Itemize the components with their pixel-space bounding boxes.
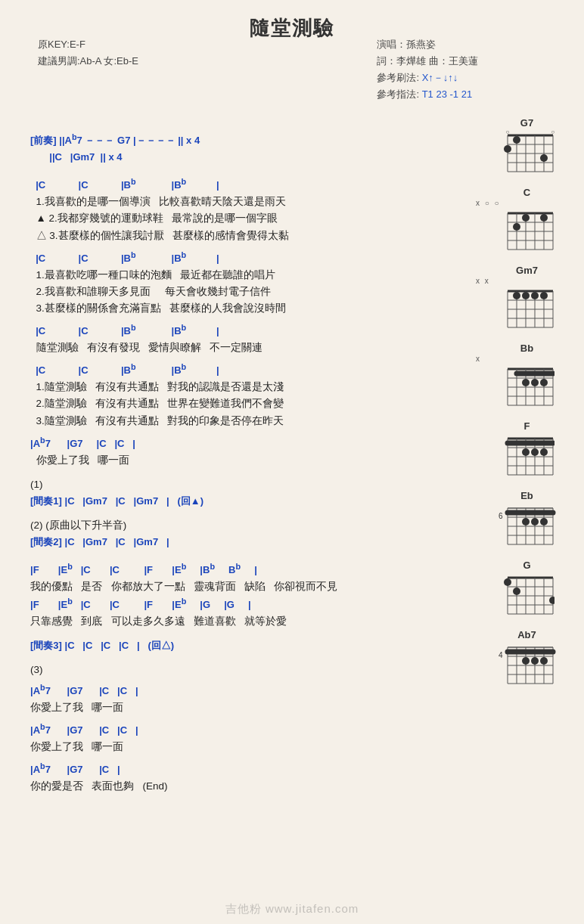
- svg-text:○: ○: [551, 129, 554, 135]
- verse1-lyric-3: △ 3.甚麼樣的個性讓我討厭 甚麼樣的感情會覺得太黏: [30, 228, 467, 244]
- key-info: 原KEY:E-F: [38, 36, 138, 53]
- watermark: 吉他粉 www.jitafen.com: [0, 902, 584, 916]
- svg-point-43: [531, 292, 539, 299]
- outro-chords-2: |Ab7 |G7 |C |C |: [30, 721, 467, 739]
- chord-eb-title: Eb: [476, 490, 578, 501]
- interlude2-label: (2) (原曲以下升半音) [間奏2] |C |Gm7 |C |Gm7 |: [30, 517, 467, 550]
- svg-point-90: [540, 518, 548, 526]
- chord-g7: G7 ○ ○: [476, 117, 578, 176]
- verse2-chords-1: |C |C |Bb |Bb |: [30, 249, 467, 267]
- chord-gm7-diagram: [500, 285, 554, 329]
- outro-lyric-2: 你愛上了我 哪一面: [30, 739, 467, 755]
- chord-g-diagram: [500, 572, 554, 615]
- chord-g-title: G: [476, 560, 578, 571]
- singer-info: 演唱：孫燕姿: [377, 36, 478, 53]
- svg-point-27: [513, 223, 520, 231]
- svg-point-42: [522, 292, 530, 299]
- verse3-chords-2: |F |Eb |C |C |F |Eb |G |G |: [30, 595, 467, 613]
- fingering-value: T1 23 -1 21: [422, 88, 473, 100]
- svg-point-120: [540, 657, 548, 665]
- bridge-chords-1: |Ab7 |G7 |C |C |: [30, 434, 467, 452]
- svg-text:4: 4: [499, 651, 503, 659]
- chorus2-lyric-1: 1.隨堂測驗 有沒有共通點 對我的認識是否還是太淺: [30, 379, 467, 395]
- svg-text:6: 6: [499, 512, 503, 520]
- verse3-lyric-1: 我的優點 是否 你都放大了一點 靈魂背面 缺陷 你卻視而不見: [30, 578, 467, 595]
- svg-point-73: [531, 448, 539, 456]
- chord-gm7-title: Gm7: [476, 265, 578, 276]
- interlude1-num: (1): [30, 476, 467, 493]
- chord-c: C x ○ ○: [476, 187, 578, 254]
- verse3-section: |F |Eb |C |C |F |Eb |Bb Bb | 我的優點 是否 你都放…: [30, 560, 467, 630]
- chord-f: F: [476, 420, 578, 479]
- svg-point-58: [531, 379, 539, 386]
- chord-ab7-diagram: 4: [497, 641, 558, 685]
- svg-point-44: [540, 292, 548, 299]
- svg-point-103: [513, 588, 520, 595]
- chord-f-title: F: [476, 420, 578, 432]
- chorus2-section: |C |C |Bb |Bb | 1.隨堂測驗 有沒有共通點 對我的認識是否還是太…: [30, 361, 467, 429]
- strum-label: 參考刷法:: [377, 72, 419, 83]
- svg-point-57: [522, 379, 530, 386]
- chord-bb-title: Bb: [476, 343, 578, 354]
- suggestion-info: 建議男調:Ab-A 女:Eb-E: [38, 53, 138, 70]
- chord-bb-diagram: [500, 363, 554, 407]
- svg-point-104: [549, 597, 554, 604]
- outro-lyric-3: 你的愛是否 表面也夠 (End): [30, 778, 467, 795]
- svg-point-59: [540, 379, 548, 386]
- chord-bb-mute: x: [476, 355, 578, 363]
- interlude1-label: (1) [間奏1] |C |Gm7 |C |Gm7 | (回▲): [30, 476, 467, 510]
- page: 隨堂測驗 原KEY:E-F 建議男調:Ab-A 女:Eb-E 演唱：孫燕姿 詞：…: [0, 0, 584, 924]
- chord-f-diagram: [500, 433, 554, 476]
- verse3-lyric-2: 只靠感覺 到底 可以走多久多遠 難道喜歡 就等於愛: [30, 613, 467, 630]
- svg-point-89: [531, 518, 539, 526]
- chorus-chords-1: |C |C |Bb |Bb |: [30, 321, 467, 340]
- chord-eb-diagram: 6: [497, 502, 558, 546]
- svg-point-118: [522, 657, 530, 665]
- chord-bb: Bb x: [476, 343, 578, 410]
- outro-num: (3): [30, 662, 467, 678]
- chorus2-lyric-2: 2.隨堂測驗 有沒有共通點 世界在變難道我們不會變: [30, 395, 467, 412]
- chord-g7-title: G7: [476, 117, 578, 129]
- svg-point-74: [540, 448, 548, 456]
- meta-left: 原KEY:E-F 建議男調:Ab-A 女:Eb-E: [38, 36, 138, 70]
- verse1-lyric-1: 1.我喜歡的是哪一個導演 比較喜歡晴天陰天還是雨天: [30, 194, 467, 210]
- verse1-lyric-2: ▲ 2.我都穿幾號的運動球鞋 最常說的是哪一個字眼: [30, 210, 467, 227]
- chord-gm7-mute: x x: [476, 277, 578, 285]
- chord-ab7-title: Ab7: [476, 629, 578, 640]
- chord-eb: Eb 6: [476, 490, 578, 549]
- fingering-info: 參考指法: T1 23 -1 21: [377, 86, 478, 103]
- interlude2-note: (2) (原曲以下升半音): [30, 517, 467, 534]
- chord-g: G: [476, 560, 578, 619]
- chorus-lyric-1: 隨堂測驗 有沒有發現 愛情與瞭解 不一定關連: [30, 340, 467, 356]
- strum-info: 參考刷法: X↑－↓↑↓: [377, 70, 478, 86]
- svg-point-15: [540, 154, 548, 162]
- chord-diagrams: G7 ○ ○: [476, 117, 578, 694]
- interlude3-chords: [間奏3] |C |C |C |C | (回△): [30, 637, 467, 653]
- svg-point-88: [522, 518, 530, 526]
- bridge-section: |Ab7 |G7 |C |C | 你愛上了我 哪一面: [30, 434, 467, 469]
- interlude2-chords: [間奏2] |C |Gm7 |C |Gm7 |: [30, 534, 467, 550]
- svg-point-14: [504, 145, 511, 153]
- svg-text:○: ○: [505, 129, 509, 135]
- verse1-chords-1: |C |C |Bb |Bb |: [30, 175, 467, 194]
- chorus2-chords-1: |C |C |Bb |Bb |: [30, 361, 467, 379]
- svg-point-29: [540, 214, 548, 222]
- chord-c-diagram: [500, 207, 554, 251]
- svg-point-72: [522, 448, 530, 456]
- chorus-section: |C |C |Bb |Bb | 隨堂測驗 有沒有發現 愛情與瞭解 不一定關連: [30, 321, 467, 356]
- chorus2-lyric-3: 3.隨堂測驗 有沒有共通點 對我的印象是否停在昨天: [30, 413, 467, 429]
- svg-point-102: [504, 578, 511, 586]
- svg-point-13: [513, 136, 520, 144]
- chord-g7-diagram: ○ ○: [500, 129, 554, 173]
- chord-ab7: Ab7 4: [476, 629, 578, 688]
- svg-point-119: [531, 657, 539, 665]
- intro-section: [前奏] ||Ab7 －－－ G7 |－－－－ || x 4 ||C |Gm7 …: [30, 131, 467, 165]
- verse2-lyric-1: 1.最喜歡吃哪一種口味的泡麵 最近都在聽誰的唱片: [30, 267, 467, 284]
- fingering-label: 參考指法:: [377, 88, 419, 100]
- outro-lyric-1: 你愛上了我 哪一面: [30, 699, 467, 716]
- verse2-lyric-2: 2.我喜歡和誰聊天多見面 每天會收幾封電子信件: [30, 284, 467, 300]
- chord-c-title: C: [476, 187, 578, 198]
- verse3-chords-1: |F |Eb |C |C |F |Eb |Bb Bb |: [30, 560, 467, 578]
- outro-chords-1: |Ab7 |G7 |C |C |: [30, 681, 467, 699]
- bridge-lyric-1: 你愛上了我 哪一面: [30, 452, 467, 469]
